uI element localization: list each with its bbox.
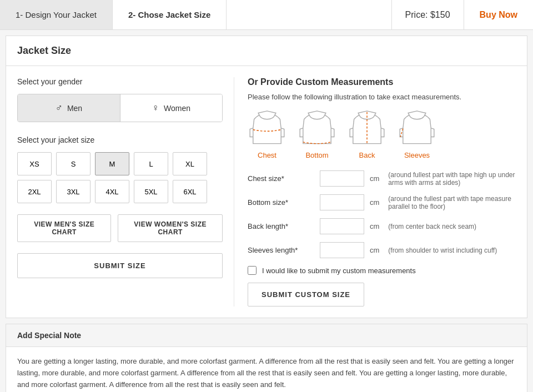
price-display: Price: $150	[391, 0, 464, 29]
chest-row: Chest size* cm (around fullest part with…	[248, 170, 516, 187]
back-field-label: Back length*	[248, 222, 314, 230]
womens-chart-button[interactable]: VIEW WOMEN'S SIZE CHART	[118, 214, 223, 242]
men-button[interactable]: ♂ Men	[18, 94, 120, 122]
sleeves-input[interactable]	[320, 242, 364, 258]
sleeves-row: Sleeves length* cm (from shoulder to wri…	[248, 242, 516, 258]
submit-size-button[interactable]: SUBMIT SIZE	[17, 253, 223, 278]
tab-choose-size[interactable]: 2- Chose Jacket Size	[113, 0, 227, 29]
bottom-row: Bottom size* cm (around the fullest part…	[248, 194, 516, 210]
chest-field-label: Chest size*	[248, 174, 314, 183]
size-btn-3xl[interactable]: 3XL	[56, 180, 90, 203]
women-button[interactable]: ♀ Women	[120, 94, 223, 122]
tab-design-jacket[interactable]: 1- Design Your Jacket	[0, 0, 113, 29]
size-btn-s[interactable]: S	[56, 152, 90, 175]
measurements-form: Chest size* cm (around fullest part with…	[248, 170, 516, 306]
custom-checkbox-row: I would like to submit my custom measure…	[248, 266, 516, 275]
jacket-illustrations: Chest Bottom	[248, 110, 516, 159]
illustration-note: Please follow the following illustration…	[248, 93, 516, 101]
size-btn-5xl[interactable]: 5XL	[134, 180, 168, 203]
sleeves-hint: (from shoulder to wrist including cuff)	[388, 247, 516, 254]
bottom-hint: (around the fullest part with tape measu…	[388, 195, 516, 210]
back-row: Back length* cm (from center back neck s…	[248, 218, 516, 234]
size-btn-xl[interactable]: XL	[173, 152, 207, 175]
chest-illustration: Chest	[248, 110, 286, 159]
gender-buttons: ♂ Men ♀ Women	[17, 94, 223, 122]
chest-label: Chest	[258, 151, 276, 159]
bottom-label: Bottom	[305, 151, 328, 159]
size-btn-6xl[interactable]: 6XL	[173, 180, 207, 203]
submit-custom-size-button[interactable]: SUBMIT CUSTOM SIZE	[248, 283, 364, 306]
back-hint: (from center back neck seam)	[388, 223, 516, 230]
back-input[interactable]	[320, 218, 364, 234]
sleeves-label: Sleeves	[404, 151, 430, 159]
card-title: Jacket Size	[6, 36, 527, 66]
header-spacer	[227, 0, 391, 29]
content-area: Select your gender ♂ Men ♀ Women Select …	[6, 66, 527, 318]
size-btn-xs[interactable]: XS	[17, 152, 52, 175]
main-card: Jacket Size Select your gender ♂ Men ♀ W…	[6, 36, 527, 318]
right-panel: Or Provide Custom Measurements Please fo…	[234, 77, 516, 306]
checkbox-label: I would like to submit my custom measure…	[262, 267, 416, 275]
header: 1- Design Your Jacket 2- Chose Jacket Si…	[0, 0, 533, 30]
svg-line-1	[400, 129, 403, 137]
sleeves-field-label: Sleeves length*	[248, 246, 314, 254]
back-unit: cm	[370, 222, 379, 230]
special-note-card: Add Special Note You are getting a longe…	[6, 324, 527, 392]
size-btn-m[interactable]: M	[95, 152, 129, 175]
back-label: Back	[359, 151, 375, 159]
size-grid: XSSMLXL2XL3XL4XL5XL6XL	[17, 152, 223, 203]
size-label: Select your jacket size	[17, 135, 223, 144]
bottom-unit: cm	[370, 198, 379, 207]
mens-chart-button[interactable]: VIEW MEN'S SIZE CHART	[17, 214, 111, 242]
custom-measurements-checkbox[interactable]	[248, 266, 257, 275]
special-note-text: You are getting a longer lasting, more d…	[6, 347, 527, 392]
left-panel: Select your gender ♂ Men ♀ Women Select …	[17, 77, 223, 306]
bottom-input[interactable]	[320, 194, 364, 210]
size-btn-l[interactable]: L	[134, 152, 168, 175]
custom-measurements-title: Or Provide Custom Measurements	[248, 77, 516, 87]
gender-label: Select your gender	[17, 77, 223, 86]
bottom-illustration: Bottom	[298, 110, 336, 159]
men-icon: ♂	[55, 102, 63, 114]
chart-buttons: VIEW MEN'S SIZE CHART VIEW WOMEN'S SIZE …	[17, 214, 223, 242]
special-note-title: Add Special Note	[6, 324, 527, 347]
chest-unit: cm	[370, 174, 379, 183]
size-btn-2xl[interactable]: 2XL	[17, 180, 52, 203]
bottom-field-label: Bottom size*	[248, 198, 314, 207]
women-icon: ♀	[152, 102, 160, 114]
back-illustration: Back	[348, 110, 386, 159]
chest-hint: (around fullest part with tape high up u…	[388, 171, 516, 187]
sleeves-illustration: Sleeves	[398, 110, 436, 159]
size-btn-4xl[interactable]: 4XL	[95, 180, 129, 203]
sleeves-unit: cm	[370, 246, 379, 254]
buy-now-button[interactable]: Buy Now	[464, 0, 533, 29]
chest-input[interactable]	[320, 170, 364, 187]
